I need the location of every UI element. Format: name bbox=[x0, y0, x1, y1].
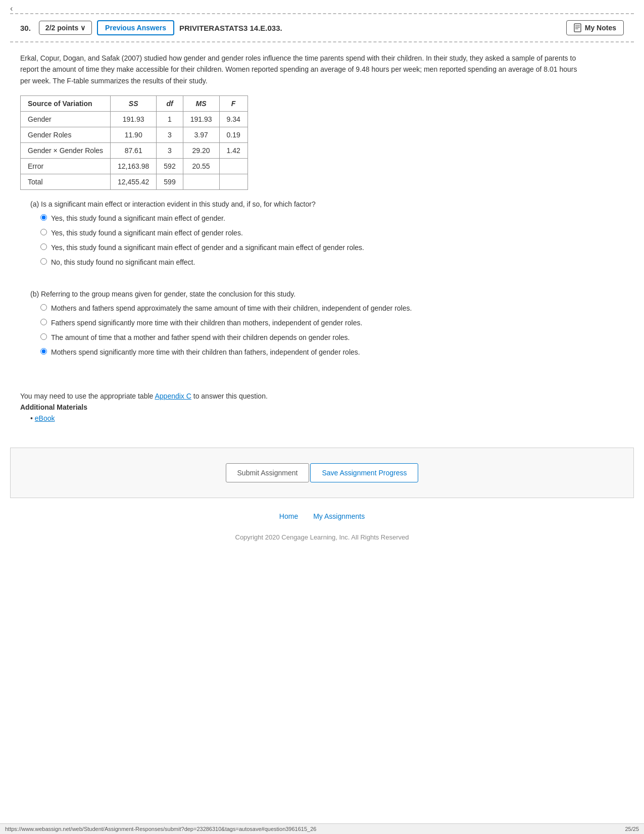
table-row: Gender191.931191.939.34 bbox=[21, 112, 248, 127]
col-header-ss: SS bbox=[111, 96, 157, 112]
ebook-link[interactable]: eBook bbox=[35, 414, 55, 422]
my-notes-button[interactable]: My Notes bbox=[566, 20, 624, 35]
appendix-text: You may need to use the appropriate tabl… bbox=[20, 392, 586, 400]
part-b-options: Mothers and fathers spend approximately … bbox=[20, 303, 586, 358]
table-row: Error12,163.9859220.55 bbox=[21, 159, 248, 174]
part-b-option[interactable]: The amount of time that a mother and fat… bbox=[40, 332, 586, 343]
part-b-option[interactable]: Mothers spend significantly more time wi… bbox=[40, 347, 586, 358]
footer-nav: Home My Assignments bbox=[0, 498, 644, 525]
appendix-c-link[interactable]: Appendix C bbox=[155, 392, 191, 400]
previous-answers-button[interactable]: Previous Answers bbox=[97, 20, 174, 35]
ebook-link-container: • eBook bbox=[30, 414, 586, 422]
submit-assignment-button[interactable]: Submit Assignment bbox=[226, 463, 310, 482]
back-arrow[interactable]: ‹ bbox=[10, 4, 13, 13]
part-a-label: (a) Is a significant main effect or inte… bbox=[30, 200, 586, 208]
col-header-ms: MS bbox=[183, 96, 219, 112]
table-row: Total12,455.42599 bbox=[21, 174, 248, 190]
home-link[interactable]: Home bbox=[279, 512, 298, 520]
part-a-options: Yes, this study found a significant main… bbox=[20, 213, 586, 268]
part-a-option[interactable]: Yes, this study found a significant main… bbox=[40, 242, 586, 253]
part-a-option[interactable]: Yes, this study found a significant main… bbox=[40, 228, 586, 238]
question-content: Erkal, Copur, Dogan, and Safak (2007) st… bbox=[0, 42, 606, 432]
footer-buttons: Submit Assignment Save Assignment Progre… bbox=[10, 448, 634, 498]
additional-materials-label: Additional Materials bbox=[20, 403, 586, 411]
question-header: 30. 2/2 points ∨ Previous Answers PRIVIT… bbox=[10, 14, 634, 42]
points-button[interactable]: 2/2 points ∨ bbox=[39, 21, 92, 35]
notes-icon bbox=[574, 23, 582, 32]
part-b-option[interactable]: Mothers and fathers spend approximately … bbox=[40, 303, 586, 314]
svg-rect-0 bbox=[574, 24, 581, 32]
question-id: PRIVITERASTATS3 14.E.033. bbox=[179, 24, 561, 32]
table-row: Gender × Gender Roles87.61329.201.42 bbox=[21, 143, 248, 159]
col-header-source: Source of Variation bbox=[21, 96, 111, 112]
intro-text: Erkal, Copur, Dogan, and Safak (2007) st… bbox=[20, 53, 586, 86]
question-number: 30. bbox=[20, 24, 31, 32]
table-row: Gender Roles11.9033.970.19 bbox=[21, 127, 248, 143]
part-b-option[interactable]: Fathers spend significantly more time wi… bbox=[40, 318, 586, 328]
copyright-text: Copyright 2020 Cengage Learning, Inc. Al… bbox=[0, 525, 644, 556]
my-assignments-link[interactable]: My Assignments bbox=[313, 512, 365, 520]
part-a-option[interactable]: No, this study found no significant main… bbox=[40, 257, 586, 268]
col-header-df: df bbox=[157, 96, 183, 112]
save-progress-button[interactable]: Save Assignment Progress bbox=[310, 463, 418, 482]
part-a-option[interactable]: Yes, this study found a significant main… bbox=[40, 213, 586, 224]
anova-table: Source of Variation SS df MS F Gender191… bbox=[20, 95, 248, 190]
col-header-f: F bbox=[219, 96, 247, 112]
part-b-label: (b) Referring to the group means given f… bbox=[30, 290, 586, 298]
